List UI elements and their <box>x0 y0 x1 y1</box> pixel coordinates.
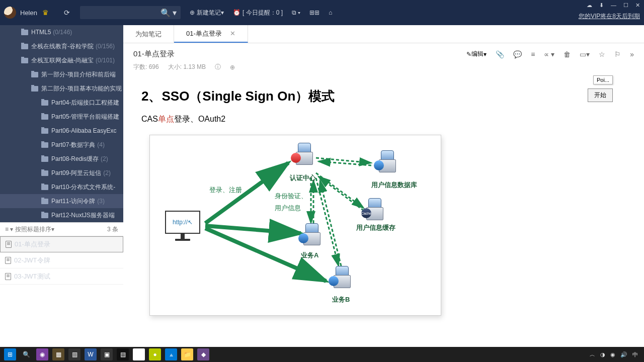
folder-item[interactable]: Part12-NuxtJS服务器端 <box>0 208 123 222</box>
folder-item[interactable]: Part05-管理平台前端搭建 <box>0 110 123 124</box>
sort-bar[interactable]: ≡ ▾ 按照标题排序 ▾ 3 条 <box>0 222 123 236</box>
lock-icon <box>291 153 301 163</box>
note-item[interactable]: 02-JWT令牌 <box>0 252 123 268</box>
app-icon-6[interactable]: ◆ <box>197 348 209 360</box>
ime-indicator[interactable]: 中 <box>632 351 638 358</box>
tab[interactable]: 01-单点登录✕ <box>174 25 248 43</box>
auth-center-node <box>296 143 313 165</box>
info-icon[interactable]: ⓘ <box>215 63 221 71</box>
note-item[interactable]: 03-JWT测试 <box>0 268 123 285</box>
search-task-icon[interactable]: 🔍 <box>20 348 32 360</box>
folder-count: (2) <box>103 169 111 176</box>
note-list: 01-单点登录02-JWT令牌03-JWT测试 <box>0 236 123 347</box>
folder-item[interactable]: Part04-后端接口工程搭建 <box>0 96 123 110</box>
folder-item[interactable]: Part08-Redis缓存 (2) <box>0 152 123 166</box>
clock-icon: ⏰ <box>233 9 240 16</box>
sort-label: 按照标题排序 <box>15 225 51 234</box>
doc-meta: 字数: 696 大小: 1.13 MB ⓘ ⊕ <box>123 61 644 77</box>
svg-line-5 <box>316 173 364 208</box>
edit-button[interactable]: ✎ 编辑 ▾ <box>466 50 487 58</box>
doc-body: 2、SSO（Single Sign On）模式 CAS单点登录、OAuth2 <box>123 77 644 326</box>
popout-icon[interactable]: ⧉ ▾ <box>292 9 300 16</box>
note-item[interactable]: 01-单点登录 <box>0 236 123 252</box>
folder-label: 第二部分-项目基本功能的实现 <box>41 84 122 93</box>
explorer-icon[interactable]: 📁 <box>181 348 193 360</box>
share-icon[interactable]: ∝ ▾ <box>544 50 554 58</box>
tab-label: 为知笔记 <box>135 30 162 39</box>
outline-icon[interactable]: ≡ <box>531 50 535 58</box>
close-icon[interactable]: ✕ <box>635 2 640 9</box>
folder-item[interactable]: HTML5 (0/146) <box>0 25 123 39</box>
trash-icon[interactable]: 🗑 <box>564 50 571 58</box>
comment-icon[interactable]: 💬 <box>513 50 522 58</box>
word-icon[interactable]: W <box>85 348 97 360</box>
add-icon[interactable]: ⊕ <box>230 64 235 71</box>
folder-item[interactable]: Part06-Alibaba EasyExc <box>0 124 123 138</box>
folder-item[interactable]: 全栈在线教育-谷粒学院 (0/156) <box>0 39 123 53</box>
apps-icon[interactable]: ⊞⊞ <box>309 9 319 16</box>
app-icon-5[interactable]: ● <box>149 348 161 360</box>
svg-line-6 <box>318 176 364 211</box>
chrome-icon[interactable]: ◐ <box>133 348 145 360</box>
search-input[interactable]: 🔍 ▾ <box>80 6 181 19</box>
terminal-icon[interactable]: ▤ <box>117 348 129 360</box>
tab-bar: 为知笔记01-单点登录✕ <box>123 25 644 43</box>
search-icon: 🔍 ▾ <box>160 8 177 18</box>
reading-icon[interactable]: ▭▾ <box>580 50 590 58</box>
folder-item[interactable]: Part07-数据字典 (4) <box>0 138 123 152</box>
app-icon-1[interactable]: ◉ <box>36 348 48 360</box>
refresh-icon[interactable]: ⟳ <box>64 9 70 17</box>
service-b-label: 业务B <box>332 295 350 304</box>
volume-icon[interactable]: 🔊 <box>620 351 627 358</box>
doc-icon <box>5 273 11 280</box>
folder-item[interactable]: Part09-阿里云短信 (2) <box>0 166 123 180</box>
folder-item[interactable]: 全栈互联网金融-尚融宝 (0/101) <box>0 53 123 67</box>
start-button[interactable]: 开始 <box>588 88 613 102</box>
folder-icon <box>41 213 48 218</box>
star-icon[interactable]: ☆ <box>599 50 605 58</box>
svg-line-3 <box>316 158 371 163</box>
folder-icon <box>21 30 28 35</box>
sort-icon: ≡ ▾ <box>5 226 13 233</box>
tray-icon-2[interactable]: ◉ <box>610 351 615 358</box>
service-b-node <box>334 266 351 288</box>
system-tray[interactable]: ︿ ◑ ◉ 🔊 中 <box>590 351 642 358</box>
vip-expiry-link[interactable]: 您的VIP将在8天后到期 <box>579 12 640 21</box>
folder-label: Part12-NuxtJS服务器端 <box>51 211 115 220</box>
app-icon-3[interactable]: ▥ <box>68 348 80 360</box>
folder-item[interactable]: Part11-访问令牌 (3) <box>0 194 123 208</box>
folder-label: Part11-访问令牌 <box>51 197 95 206</box>
folder-icon <box>41 128 48 134</box>
folder-label: Part04-后端接口工程搭建 <box>51 99 119 107</box>
close-tab-icon[interactable]: ✕ <box>230 30 235 37</box>
new-note-button[interactable]: ⊕新建笔记 ▾ <box>190 9 224 17</box>
start-menu-icon[interactable]: ⊞ <box>4 348 16 360</box>
vscode-icon[interactable]: ⟁ <box>165 348 177 360</box>
crown-icon[interactable]: ♛ <box>42 9 49 17</box>
doc-icon <box>6 241 12 248</box>
folder-item[interactable]: 第一部分-项目介绍和前后端 <box>0 67 123 81</box>
tab[interactable]: 为知笔记 <box>123 25 174 43</box>
pin-icon[interactable]: ⬇ <box>599 2 604 9</box>
tab-label: 01-单点登录 <box>186 29 222 38</box>
avatar[interactable] <box>4 7 16 19</box>
folder-item[interactable]: Part10-分布式文件系统- <box>0 180 123 194</box>
sync-icon[interactable]: ☁ <box>587 2 592 9</box>
home-icon[interactable]: ⌂ <box>329 9 332 16</box>
doc-header: 01-单点登录 ✎ 编辑 ▾ 📎 💬 ≡ ∝ ▾ 🗑 ▭▾ ☆ ⚐ » <box>123 43 644 61</box>
attachment-icon[interactable]: 📎 <box>496 50 504 58</box>
flag-icon[interactable]: ⚐ <box>614 50 621 58</box>
app-icon-4[interactable]: ▣ <box>101 348 113 360</box>
reminder-button[interactable]: ⏰[ 今日提醒：0 ] <box>233 9 283 17</box>
maximize-icon[interactable]: ☐ <box>623 2 628 9</box>
minimize-icon[interactable]: — <box>611 2 616 9</box>
app-icon-2[interactable]: ▦ <box>52 348 64 360</box>
folder-count: (3) <box>97 198 105 205</box>
folder-label: Part05-管理平台前端搭建 <box>51 113 119 121</box>
more-icon[interactable]: » <box>630 50 634 58</box>
folder-icon <box>31 86 38 92</box>
tray-icon-1[interactable]: ◑ <box>600 351 605 358</box>
chevron-up-icon[interactable]: ︿ <box>590 351 595 358</box>
folder-item[interactable]: 第二部分-项目基本功能的实现 <box>0 81 123 96</box>
folder-icon <box>41 199 48 204</box>
